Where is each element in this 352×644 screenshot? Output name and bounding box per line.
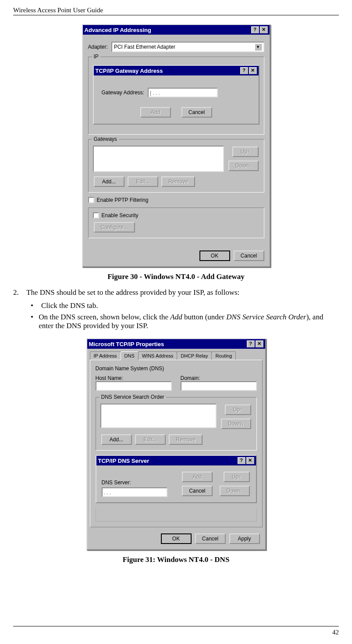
advanced-ip-title: Advanced IP Addressing — [85, 27, 250, 33]
bullet-icon: • — [31, 313, 39, 330]
host-name-input[interactable] — [96, 381, 172, 391]
gateway-address-label: Gateway Address: — [102, 89, 144, 96]
search-order-listbox[interactable] — [100, 404, 217, 428]
tab-dhcp[interactable]: DHCP Relay — [177, 351, 212, 360]
step-number: 2. — [13, 288, 26, 297]
cancel-button[interactable]: Cancel — [181, 107, 212, 118]
advanced-ip-titlebar: Advanced IP Addressing ? ✕ — [83, 25, 270, 35]
gateways-label: Gateways — [92, 136, 119, 142]
figure-31-caption: Figure 31: Windows NT4.0 - DNS — [13, 555, 339, 564]
doc-header: Wireless Access Point User Guide — [13, 7, 339, 14]
tcpip-properties-dialog: Microsoft TCP/IP Properties ? ✕ IP Addre… — [86, 338, 266, 550]
dns-server-title: TCP/IP DNS Server — [98, 458, 237, 464]
add-button[interactable]: Add — [182, 472, 213, 482]
edit-button[interactable]: Edit... — [135, 434, 166, 445]
dns-group-label: Domain Name System (DNS) — [96, 365, 257, 372]
figure-30-container: Advanced IP Addressing ? ✕ Adapter: PCI … — [13, 24, 339, 267]
edit-button[interactable]: Edit... — [128, 176, 158, 187]
adapter-dropdown[interactable]: PCI Fast Ethernet Adapter ▼ — [111, 42, 264, 52]
host-name-label: Host Name: — [96, 375, 172, 381]
close-icon[interactable]: ✕ — [249, 67, 257, 74]
search-order-label: DNS Service Search Order — [100, 394, 166, 400]
gateway-title: TCP/IP Gateway Address — [96, 68, 239, 74]
remove-button[interactable]: Remove — [169, 434, 203, 445]
checkbox-icon[interactable] — [88, 197, 94, 203]
tab-routing[interactable]: Routing — [211, 351, 236, 360]
tab-ip-address[interactable]: IP Address — [90, 351, 121, 360]
bullet-1: • Click the DNS tab. — [31, 301, 339, 310]
pptp-label: Enable PPTP Filtering — [97, 197, 149, 203]
figure-31-container: Microsoft TCP/IP Properties ? ✕ IP Addre… — [13, 338, 339, 550]
close-icon[interactable]: ✕ — [246, 457, 254, 464]
pptp-checkbox-row[interactable]: Enable PPTP Filtering — [88, 197, 264, 203]
footer-rule — [13, 626, 339, 626]
dns-server-label: DNS Server: — [102, 479, 176, 486]
gateways-groupbox: Gateways Up↑ Down↓ Add... Edit... Remove — [88, 139, 264, 193]
gateways-listbox[interactable] — [93, 146, 224, 172]
ok-button[interactable]: OK — [199, 250, 230, 261]
step-text: The DNS should be set to the address pro… — [26, 288, 239, 297]
close-icon[interactable]: ✕ — [260, 26, 268, 33]
domain-input[interactable] — [181, 381, 257, 391]
checkbox-icon[interactable] — [93, 212, 99, 218]
down-button[interactable]: Down↓ — [228, 161, 259, 171]
tab-wins[interactable]: WINS Address — [138, 351, 178, 360]
figure-30-caption: Figure 30 - Windows NT4.0 - Add Gateway — [13, 272, 339, 281]
configure-button[interactable]: Configure... — [94, 222, 135, 233]
dns-tab-panel: Domain Name System (DNS) Host Name: Doma… — [90, 360, 263, 527]
up-button[interactable]: Up↑ — [232, 147, 259, 157]
domain-label: Domain: — [181, 375, 257, 381]
security-label: Enable Security — [102, 212, 139, 218]
help-icon[interactable]: ? — [247, 340, 255, 347]
bullet-1-text: Click the DNS tab. — [41, 301, 98, 310]
search-order-groupbox: DNS Service Search Order Up↑ Down↓ Add..… — [96, 397, 257, 451]
help-icon[interactable]: ? — [238, 457, 245, 464]
security-groupbox: Enable Security Configure... — [88, 208, 264, 238]
add-button[interactable]: Add... — [101, 434, 132, 445]
help-icon[interactable]: ? — [240, 67, 248, 74]
tcpip-title: Microsoft TCP/IP Properties — [89, 341, 246, 347]
down-button[interactable]: Down↓ — [220, 486, 250, 496]
header-rule — [13, 15, 339, 15]
up-button[interactable]: Up↑ — [225, 404, 251, 415]
cancel-button[interactable]: Cancel — [195, 533, 226, 544]
chevron-down-icon[interactable]: ▼ — [255, 43, 262, 50]
ip-groupbox: IP TCP/IP Gateway Address ? ✕ Gateway Ad… — [88, 57, 264, 135]
close-icon[interactable]: ✕ — [256, 340, 263, 347]
tab-dns[interactable]: DNS — [121, 351, 139, 360]
cancel-button[interactable]: Cancel — [234, 250, 264, 261]
down-button[interactable]: Down↓ — [221, 419, 251, 429]
add-button[interactable]: Add... — [94, 176, 124, 187]
help-icon[interactable]: ? — [251, 26, 259, 33]
tab-strip: IP Address DNS WINS Address DHCP Relay R… — [87, 349, 265, 360]
ok-button[interactable]: OK — [161, 533, 192, 544]
gateway-address-input[interactable]: | . . . — [148, 88, 218, 97]
remove-button[interactable]: Remove — [161, 176, 195, 187]
adapter-label: Adapter: — [88, 44, 108, 50]
cancel-button[interactable]: Cancel — [182, 486, 213, 496]
step-2: 2. The DNS should be set to the address … — [13, 288, 339, 297]
bullet-2-text: On the DNS screen, shown below, click th… — [39, 313, 339, 330]
bullet-icon: • — [31, 301, 41, 310]
dns-server-input[interactable]: . . . — [102, 487, 167, 497]
advanced-ip-dialog: Advanced IP Addressing ? ✕ Adapter: PCI … — [82, 24, 270, 267]
adapter-value: PCI Fast Ethernet Adapter — [114, 44, 175, 50]
bullet-2: • On the DNS screen, shown below, click … — [31, 313, 339, 330]
apply-button[interactable]: Apply — [229, 533, 260, 544]
gateway-address-dialog: TCP/IP Gateway Address ? ✕ Gateway Addre… — [93, 65, 260, 125]
up-button[interactable]: Up↑ — [224, 472, 250, 482]
ip-group-label: IP — [92, 54, 100, 60]
page-number: 42 — [332, 629, 339, 636]
dns-server-dialog: TCP/IP DNS Server ? ✕ DNS Server: . . . … — [96, 455, 257, 503]
add-button[interactable]: Add — [140, 107, 171, 118]
